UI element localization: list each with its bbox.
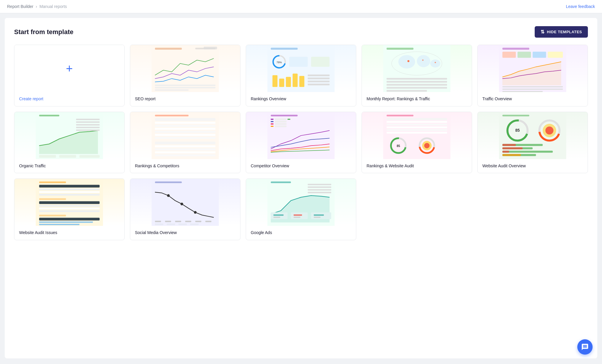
svg-rect-44 bbox=[502, 86, 563, 87]
svg-rect-68 bbox=[155, 145, 215, 147]
svg-rect-34 bbox=[387, 84, 447, 86]
svg-rect-127 bbox=[39, 218, 100, 221]
svg-rect-88 bbox=[387, 126, 447, 128]
plus-icon: + bbox=[66, 63, 73, 74]
socialmedia-preview-svg bbox=[130, 179, 240, 226]
svg-rect-64 bbox=[155, 131, 215, 133]
svg-rect-50 bbox=[76, 118, 100, 120]
svg-rect-73 bbox=[271, 115, 297, 116]
breadcrumb-root[interactable]: Report Builder bbox=[7, 4, 34, 9]
main-content: Start from template ⇅ HIDE TEMPLATES + C… bbox=[5, 18, 597, 358]
svg-rect-3 bbox=[155, 85, 215, 86]
svg-text:78%: 78% bbox=[277, 61, 282, 64]
seo-report-card[interactable]: SEO report bbox=[130, 45, 240, 106]
rankings-overview-card[interactable]: 78% Rankings Overview bbox=[246, 45, 356, 106]
svg-rect-90 bbox=[387, 132, 447, 133]
svg-rect-56 bbox=[59, 155, 76, 158]
svg-point-132 bbox=[167, 194, 170, 197]
svg-rect-157 bbox=[294, 214, 302, 216]
svg-rect-22 bbox=[308, 84, 330, 85]
svg-rect-24 bbox=[387, 48, 413, 50]
google-ads-label: Google Ads bbox=[246, 226, 356, 240]
breadcrumb-separator: › bbox=[36, 4, 37, 9]
traffic-overview-card[interactable]: Traffic Overview bbox=[477, 45, 588, 106]
svg-rect-6 bbox=[204, 47, 217, 49]
svg-rect-143 bbox=[178, 223, 187, 225]
create-label-text: Create report bbox=[19, 96, 43, 101]
svg-rect-74 bbox=[271, 118, 273, 119]
svg-point-29 bbox=[407, 60, 409, 62]
svg-rect-65 bbox=[155, 134, 215, 136]
svg-rect-17 bbox=[292, 74, 297, 87]
website-audit-issues-card[interactable]: Website Audit Issues bbox=[14, 178, 125, 240]
svg-rect-75 bbox=[271, 121, 273, 122]
rankcomp-preview bbox=[130, 112, 240, 159]
seo-preview-svg bbox=[130, 45, 240, 92]
svg-rect-61 bbox=[155, 122, 215, 124]
competitor-overview-label: Competitor Overview bbox=[246, 159, 356, 173]
svg-rect-18 bbox=[299, 76, 304, 87]
svg-rect-148 bbox=[308, 184, 331, 185]
create-preview: + bbox=[14, 45, 124, 92]
hide-templates-button[interactable]: ⇅ HIDE TEMPLATES bbox=[535, 26, 588, 38]
monthly-report-label: Monthly Report: Rankings & Traffic bbox=[362, 92, 472, 106]
rankings-website-audit-card[interactable]: 85 Rankings & Website Audit bbox=[362, 112, 472, 173]
svg-rect-80 bbox=[275, 121, 287, 122]
svg-rect-114 bbox=[502, 154, 521, 156]
svg-rect-149 bbox=[308, 186, 331, 188]
svg-rect-76 bbox=[271, 123, 273, 124]
socialmedia-preview bbox=[130, 179, 240, 226]
google-ads-card[interactable]: Google Ads bbox=[246, 178, 356, 240]
svg-rect-82 bbox=[275, 125, 287, 127]
leave-feedback-link[interactable]: Leave feedback bbox=[566, 4, 595, 9]
seo-preview bbox=[130, 45, 240, 92]
svg-rect-151 bbox=[308, 192, 331, 193]
svg-rect-19 bbox=[308, 75, 330, 76]
website-audit-overview-card[interactable]: 85 Website Audit Overvie bbox=[477, 112, 588, 173]
svg-rect-144 bbox=[190, 223, 199, 225]
create-report-card[interactable]: + Create report bbox=[14, 45, 125, 106]
competitor-overview-card[interactable]: Competitor Overview bbox=[246, 112, 356, 173]
organic-traffic-card[interactable]: Organic Traffic bbox=[14, 112, 125, 173]
svg-rect-21 bbox=[308, 81, 330, 82]
website-audit-overview-label: Website Audit Overview bbox=[478, 159, 588, 173]
svg-rect-160 bbox=[314, 217, 320, 218]
seo-report-label: SEO report bbox=[130, 92, 240, 106]
svg-rect-38 bbox=[502, 48, 529, 50]
svg-rect-87 bbox=[387, 124, 447, 126]
svg-rect-128 bbox=[39, 221, 93, 223]
svg-rect-84 bbox=[387, 115, 413, 116]
chat-bubble[interactable] bbox=[577, 339, 593, 355]
svg-rect-54 bbox=[76, 129, 100, 131]
svg-rect-123 bbox=[39, 205, 100, 207]
rankings-preview-svg: 78% bbox=[246, 45, 356, 92]
breadcrumb: Report Builder › Manual reports bbox=[7, 4, 67, 9]
svg-rect-13 bbox=[311, 57, 330, 67]
svg-point-27 bbox=[417, 55, 430, 67]
svg-rect-142 bbox=[167, 223, 175, 225]
svg-rect-136 bbox=[165, 221, 171, 222]
social-media-overview-card[interactable]: Social Media Overview bbox=[130, 178, 240, 240]
competitor-preview-svg bbox=[246, 112, 356, 159]
svg-rect-138 bbox=[185, 221, 191, 222]
svg-rect-62 bbox=[155, 125, 215, 127]
svg-rect-112 bbox=[502, 151, 509, 153]
svg-rect-48 bbox=[39, 115, 59, 116]
svg-rect-33 bbox=[387, 81, 447, 83]
svg-rect-108 bbox=[502, 144, 516, 146]
organic-preview bbox=[14, 112, 124, 159]
websiteissues-preview-svg bbox=[14, 179, 124, 226]
rankings-competitors-card[interactable]: Rankings & Competitors bbox=[130, 112, 240, 173]
svg-point-28 bbox=[430, 59, 440, 67]
svg-rect-85 bbox=[387, 118, 447, 120]
svg-rect-57 bbox=[79, 155, 100, 158]
svg-rect-15 bbox=[279, 79, 284, 87]
rankaudit-preview: 85 bbox=[362, 112, 472, 159]
svg-rect-135 bbox=[155, 221, 161, 222]
googleads-preview-svg bbox=[246, 179, 356, 226]
monthly-report-card[interactable]: Monthly Report: Rankings & Traffic bbox=[362, 45, 472, 106]
svg-rect-150 bbox=[308, 189, 331, 191]
svg-rect-77 bbox=[271, 126, 273, 126]
svg-point-26 bbox=[398, 55, 415, 69]
svg-rect-111 bbox=[502, 151, 553, 153]
